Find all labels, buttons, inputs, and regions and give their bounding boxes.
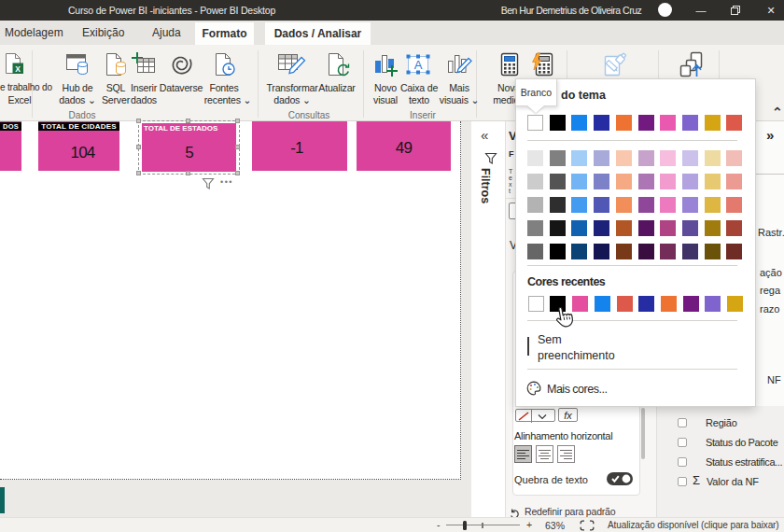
svg-text:X: X — [15, 64, 21, 74]
svg-text:A: A — [414, 58, 423, 72]
